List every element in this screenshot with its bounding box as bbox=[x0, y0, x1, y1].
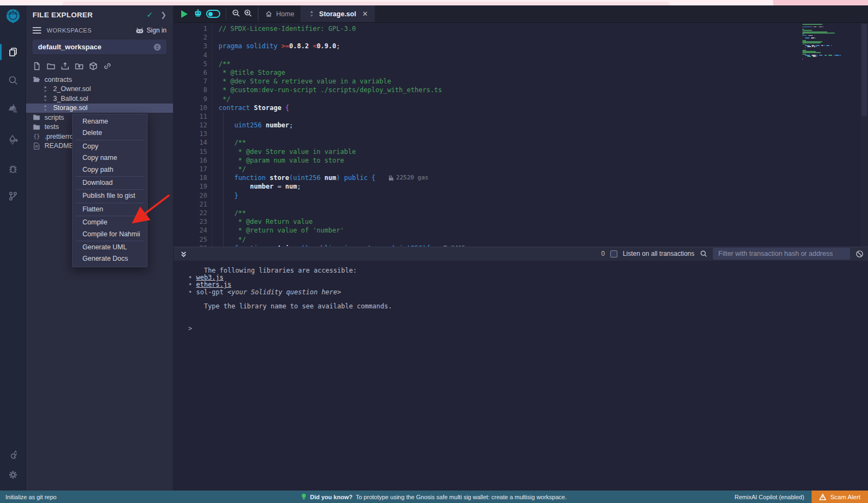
check-icon[interactable]: ✓ bbox=[146, 10, 153, 19]
upload-file-icon[interactable] bbox=[61, 62, 69, 70]
tab-home[interactable]: Home bbox=[258, 5, 301, 22]
new-folder-icon[interactable] bbox=[47, 62, 55, 70]
code-line[interactable]: 24 * @return value of 'number' bbox=[174, 226, 868, 235]
menu-item-download[interactable]: Download bbox=[73, 177, 147, 189]
code-line[interactable]: 1// SPDX-License-Identifier: GPL-3.0 bbox=[174, 24, 868, 33]
chevron-right-icon[interactable]: ❯ bbox=[161, 11, 167, 19]
code-line[interactable]: 22 /** bbox=[174, 209, 868, 217]
settings-gear-icon[interactable] bbox=[0, 465, 26, 485]
code-line[interactable]: 20 } bbox=[174, 191, 868, 200]
code-line[interactable]: 6 * @title Storage bbox=[174, 68, 868, 77]
status-bar: Initialize as git repo Did you know? To … bbox=[0, 491, 868, 503]
zoom-in-icon[interactable] bbox=[244, 9, 252, 20]
terminal-search-icon[interactable] bbox=[700, 250, 707, 257]
code-line[interactable]: 25 */ bbox=[174, 235, 868, 244]
solidity-compiler-icon[interactable] bbox=[0, 99, 26, 120]
workspaces-label: WORKSPACES bbox=[47, 27, 136, 34]
scam-alert-button[interactable]: Scam Alert bbox=[812, 491, 868, 503]
solidity-icon bbox=[41, 94, 49, 102]
minimap[interactable] bbox=[801, 24, 858, 60]
workspace-select[interactable]: default_workspace bbox=[33, 40, 167, 54]
workspaces-menu-icon[interactable] bbox=[33, 25, 41, 35]
terminal-output[interactable]: The following libraries are accessible:•… bbox=[174, 261, 868, 491]
code-line[interactable]: 13 bbox=[174, 130, 868, 138]
listen-transactions-checkbox[interactable] bbox=[610, 250, 617, 257]
menu-item-generate-docs[interactable]: Generate Docs bbox=[73, 253, 147, 265]
run-script-button[interactable] bbox=[181, 10, 188, 18]
ai-copilot-robot-icon[interactable] bbox=[193, 8, 203, 20]
code-line[interactable]: 3pragma solidity >=0.8.2 <0.9.0; bbox=[174, 42, 868, 50]
code-line[interactable]: 10contract Storage { bbox=[174, 104, 868, 112]
menu-item-copy[interactable]: Copy bbox=[73, 141, 147, 152]
zoom-out-icon[interactable] bbox=[232, 9, 240, 20]
gas-estimate: 22520 gas bbox=[388, 173, 429, 182]
menu-item-copy-path[interactable]: Copy path bbox=[73, 164, 147, 176]
browser-chrome-strip bbox=[0, 0, 868, 5]
code-line[interactable]: 18 function store(uint256 num) public {2… bbox=[174, 173, 868, 182]
remix-logo[interactable] bbox=[3, 7, 23, 28]
editor-scrollbar[interactable] bbox=[860, 23, 868, 247]
terminal-line bbox=[188, 296, 868, 303]
braces-icon: {} bbox=[33, 132, 41, 140]
sort-arrows-icon bbox=[154, 43, 161, 51]
tree-item-3-ballot-sol[interactable]: 3_Ballot.sol bbox=[26, 94, 173, 104]
transaction-filter-input[interactable] bbox=[713, 248, 850, 260]
deploy-run-icon[interactable] bbox=[0, 130, 26, 150]
menu-item-rename[interactable]: Rename bbox=[73, 116, 147, 127]
code-line[interactable]: 5/** bbox=[174, 60, 868, 68]
tree-item-contracts[interactable]: contracts bbox=[26, 75, 173, 85]
code-editor[interactable]: 1// SPDX-License-Identifier: GPL-3.023pr… bbox=[174, 23, 868, 247]
file-icon bbox=[33, 142, 41, 150]
expand-terminal-icon[interactable] bbox=[180, 250, 187, 257]
search-icon[interactable] bbox=[0, 70, 26, 91]
library-link[interactable]: ethers.js bbox=[196, 281, 231, 288]
publish-ipfs-icon[interactable] bbox=[89, 62, 98, 70]
code-line[interactable]: 26 function retrieve() public view retur… bbox=[174, 244, 868, 247]
tree-item-storage-sol[interactable]: Storage.sol bbox=[26, 104, 173, 113]
code-line[interactable]: 4 bbox=[174, 51, 868, 60]
menu-item-publish-file-to-gist[interactable]: Publish file to gist bbox=[73, 190, 147, 202]
code-line[interactable]: 21 bbox=[174, 200, 868, 209]
menu-item-delete[interactable]: Delete bbox=[73, 127, 147, 139]
home-icon bbox=[265, 10, 272, 17]
copilot-toggle[interactable] bbox=[206, 10, 220, 18]
git-icon[interactable] bbox=[0, 186, 26, 207]
warning-triangle-icon bbox=[819, 494, 826, 500]
menu-item-copy-name[interactable]: Copy name bbox=[73, 152, 147, 164]
tree-item-2-owner-sol[interactable]: 2_Owner.sol bbox=[26, 85, 173, 94]
code-line[interactable]: 11 bbox=[174, 112, 868, 121]
plugin-manager-icon[interactable] bbox=[0, 444, 26, 465]
code-line[interactable]: 23 * @dev Return value bbox=[174, 217, 868, 226]
code-line[interactable]: 15 * @dev Store value in variable bbox=[174, 147, 868, 156]
library-link[interactable]: web3.js bbox=[196, 274, 224, 281]
clear-console-icon[interactable] bbox=[856, 250, 864, 258]
menu-item-compile-for-nahmii[interactable]: Compile for Nahmii bbox=[73, 229, 147, 240]
code-line[interactable]: 16 * @param num value to store bbox=[174, 156, 868, 165]
tab-storage-sol[interactable]: Storage.sol ✕ bbox=[301, 5, 375, 22]
terminal-prompt[interactable]: > bbox=[188, 325, 868, 332]
menu-item-flatten[interactable]: Flatten bbox=[73, 204, 147, 215]
code-line[interactable]: 19 number = num; bbox=[174, 182, 868, 191]
code-line[interactable]: 12 uint256 number; bbox=[174, 121, 868, 130]
sign-in-button[interactable]: Sign in bbox=[136, 27, 167, 34]
copilot-status[interactable]: RemixAI Copilot (enabled) bbox=[735, 494, 812, 500]
debugger-icon[interactable] bbox=[0, 159, 26, 179]
upload-folder-icon[interactable] bbox=[75, 62, 84, 70]
lightbulb-icon bbox=[301, 493, 307, 500]
menu-item-compile[interactable]: Compile bbox=[73, 217, 147, 228]
code-line[interactable]: 17 */ bbox=[174, 165, 868, 173]
close-tab-icon[interactable]: ✕ bbox=[362, 10, 368, 18]
code-line[interactable]: 14 /** bbox=[174, 138, 868, 147]
listen-transactions-label: Listen on all transactions bbox=[623, 250, 694, 257]
menu-item-generate-uml[interactable]: Generate UML bbox=[73, 242, 147, 253]
link-icon[interactable] bbox=[103, 62, 112, 70]
code-line[interactable]: 9 */ bbox=[174, 95, 868, 104]
folder-open-icon bbox=[33, 75, 41, 83]
folder-icon bbox=[33, 113, 41, 121]
new-file-icon[interactable] bbox=[33, 62, 41, 70]
code-line[interactable]: 7 * @dev Store & retrieve value in a var… bbox=[174, 77, 868, 86]
file-explorer-icon[interactable] bbox=[0, 42, 26, 62]
code-line[interactable]: 8 * @custom:dev-run-script ./scripts/dep… bbox=[174, 86, 868, 94]
code-line[interactable]: 2 bbox=[174, 33, 868, 42]
git-init-button[interactable]: Initialize as git repo bbox=[0, 494, 56, 500]
